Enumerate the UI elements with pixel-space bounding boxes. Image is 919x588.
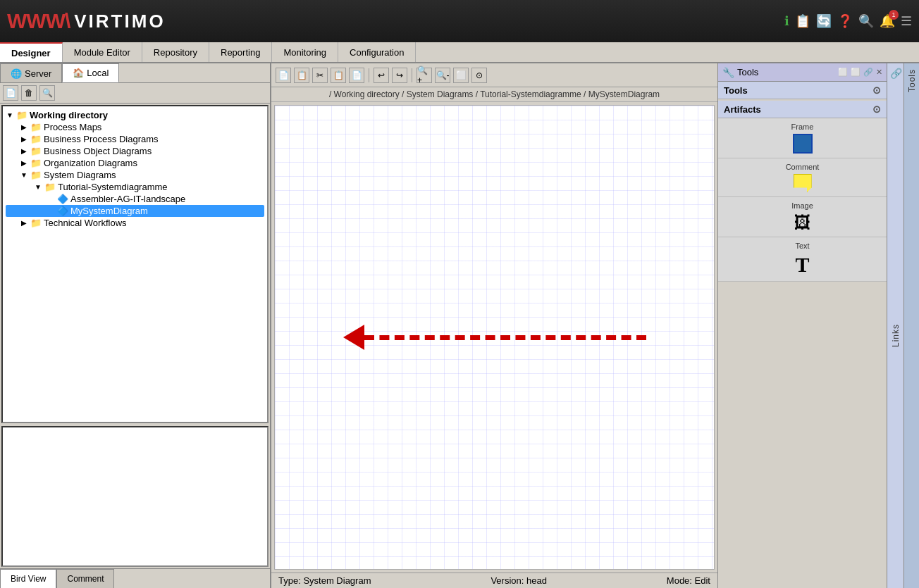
tree-toggle[interactable]: ▶: [20, 219, 28, 227]
tools-collapse-btn[interactable]: ⊙: [872, 85, 881, 96]
delete-button[interactable]: 🗑: [21, 85, 37, 101]
tools-title-label: Tools: [737, 67, 758, 77]
tab-server[interactable]: 🌐 Server: [0, 63, 62, 82]
text-label: Text: [795, 242, 809, 250]
folder-icon: 📁: [30, 170, 42, 180]
tree-toggle[interactable]: ▶: [20, 147, 28, 155]
home-icon: 🏠: [73, 68, 84, 78]
search-icon[interactable]: 🔍: [858, 13, 874, 29]
breadcrumb: / Working directory / System Diagrams / …: [271, 87, 717, 102]
zoom-in-btn[interactable]: 🔍+: [417, 68, 432, 83]
tab-module-editor[interactable]: Module Editor: [63, 42, 142, 62]
bottom-tabs: Bird View Comment: [0, 568, 270, 588]
folder-icon: 📁: [16, 110, 27, 120]
status-type: Type: System Diagram: [278, 575, 371, 586]
tree-item-process-maps[interactable]: ▶ 📁 Process Maps: [6, 121, 264, 133]
links-label-container[interactable]: Links: [887, 83, 903, 588]
text-icon: T: [795, 253, 809, 277]
tools-panel-header: 🔧 Tools ⬜ ⬜ 🔗 ✕: [718, 63, 887, 82]
zoom-out-btn[interactable]: 🔍-: [435, 68, 450, 83]
links-sidebar: 🔗 Links: [887, 63, 903, 588]
tab-monitoring[interactable]: Monitoring: [272, 42, 338, 62]
window-btn-1[interactable]: ⬜: [838, 68, 848, 77]
search-button[interactable]: 🔍: [39, 85, 55, 101]
tree-toggle[interactable]: ▶: [20, 135, 28, 143]
tree-item-org[interactable]: ▶ 📁 Organization Diagrams: [6, 157, 264, 169]
canvas-grid: [275, 106, 714, 569]
info-icon[interactable]: ℹ: [784, 13, 789, 29]
tree-toggle[interactable]: ▶: [20, 159, 28, 167]
panel-tabs: 🌐 Server 🏠 Local: [0, 63, 270, 83]
right-side: 🔧 Tools ⬜ ⬜ 🔗 ✕ Tools ⊙ Artifacts ⊙: [717, 63, 919, 588]
server-icon: 🌐: [11, 68, 22, 79]
preview-panel: [1, 426, 269, 567]
tab-reporting[interactable]: Reporting: [209, 42, 272, 62]
export-btn[interactable]: 📄: [349, 68, 364, 83]
header-icons: ℹ 📋 🔄 ❓ 🔍 🔔 1 ☰: [784, 13, 912, 29]
tree-root[interactable]: ▼ 📁 Working directory: [6, 109, 264, 121]
undo-btn[interactable]: ↩: [374, 68, 389, 83]
tab-repository[interactable]: Repository: [142, 42, 209, 62]
window-btn-3[interactable]: 🔗: [863, 68, 873, 77]
tree-toggle[interactable]: ▶: [20, 123, 28, 131]
tree-toggle[interactable]: ▼: [6, 111, 14, 119]
tools-panel: 🔧 Tools ⬜ ⬜ 🔗 ✕ Tools ⊙ Artifacts ⊙: [717, 63, 887, 588]
tree-item-system[interactable]: ▼ 📁 System Diagrams: [6, 169, 264, 181]
arrow-head: [343, 325, 364, 350]
save-btn[interactable]: 📄: [276, 68, 291, 83]
tab-local[interactable]: 🏠 Local: [62, 63, 119, 82]
folder-icon: 📁: [30, 158, 42, 168]
redo-btn[interactable]: ↪: [392, 68, 407, 83]
logo: WWW\: [7, 9, 70, 33]
tree-item-bpd[interactable]: ▶ 📁 Business Process Diagrams: [6, 133, 264, 145]
left-panel: 🌐 Server 🏠 Local 📄 🗑 🔍 ▼ 📁 Working direc…: [0, 63, 271, 588]
diagram-icon: 🔷: [57, 194, 68, 204]
new-button[interactable]: 📄: [3, 85, 18, 101]
tools-vertical-tab[interactable]: Tools: [903, 63, 919, 588]
center-btn[interactable]: ⊙: [471, 68, 487, 83]
canvas-arrow: [343, 325, 646, 350]
artifacts-label: Artifacts: [724, 104, 761, 115]
tab-configuration[interactable]: Configuration: [338, 42, 416, 62]
paste-btn[interactable]: 📋: [331, 68, 346, 83]
logo-text: VIRTIMO: [74, 11, 165, 32]
tools-vertical-label: Tools: [906, 63, 918, 98]
artifact-image[interactable]: Image 🖼: [718, 197, 887, 237]
tab-designer[interactable]: Designer: [0, 42, 63, 62]
tree-item-assembler[interactable]: 🔷 Assembler-AG-IT-landscape: [6, 193, 264, 205]
tools-icon: 🔧: [722, 67, 734, 78]
canvas-toolbar: 📄 📋 ✂ 📋 📄 ↩ ↪ 🔍+ 🔍- ⬜ ⊙: [271, 63, 717, 87]
artifacts-collapse-btn[interactable]: ⊙: [872, 104, 881, 115]
separator: [369, 68, 369, 82]
fit-btn[interactable]: ⬜: [453, 68, 469, 83]
links-icon[interactable]: 🔗: [887, 63, 903, 83]
close-icon[interactable]: ✕: [876, 68, 882, 77]
tree-item-tutorial[interactable]: ▼ 📁 Tutorial-Systemdiagramme: [6, 181, 264, 193]
copy-btn[interactable]: 📋: [294, 68, 309, 83]
tools-section: Tools ⊙: [718, 82, 887, 99]
cut-btn[interactable]: ✂: [312, 68, 328, 83]
image-icon: 🖼: [794, 213, 811, 232]
artifact-frame[interactable]: Frame: [718, 118, 887, 158]
tab-comment[interactable]: Comment: [56, 569, 114, 588]
image-label: Image: [791, 201, 813, 210]
notification-badge: 1: [889, 10, 899, 20]
tree-toggle[interactable]: ▼: [34, 183, 42, 191]
menu-icon[interactable]: ☰: [901, 13, 912, 29]
help-icon[interactable]: ❓: [837, 13, 853, 29]
file-tree[interactable]: ▼ 📁 Working directory ▶ 📁 Process Maps ▶…: [1, 105, 269, 423]
tab-bird-view[interactable]: Bird View: [0, 569, 56, 588]
artifact-text[interactable]: Text T: [718, 237, 887, 282]
tree-item-technical[interactable]: ▶ 📁 Technical Workflows: [6, 217, 264, 229]
tree-item-mysystemdiagram[interactable]: 🔷 MySystemDiagram: [6, 205, 264, 217]
artifact-comment[interactable]: Comment: [718, 158, 887, 197]
notification-icon[interactable]: 🔔 1: [880, 13, 895, 29]
diagram-icon: 🔷: [57, 206, 68, 216]
tools-header-icons: ⬜ ⬜ 🔗 ✕: [838, 68, 882, 77]
tree-item-bod[interactable]: ▶ 📁 Business Object Diagrams: [6, 145, 264, 157]
clipboard-icon[interactable]: 📋: [795, 13, 810, 29]
canvas-area[interactable]: [274, 105, 715, 570]
tree-toggle[interactable]: ▼: [20, 171, 28, 179]
window-btn-2[interactable]: ⬜: [851, 68, 861, 77]
refresh-icon[interactable]: 🔄: [816, 13, 832, 29]
